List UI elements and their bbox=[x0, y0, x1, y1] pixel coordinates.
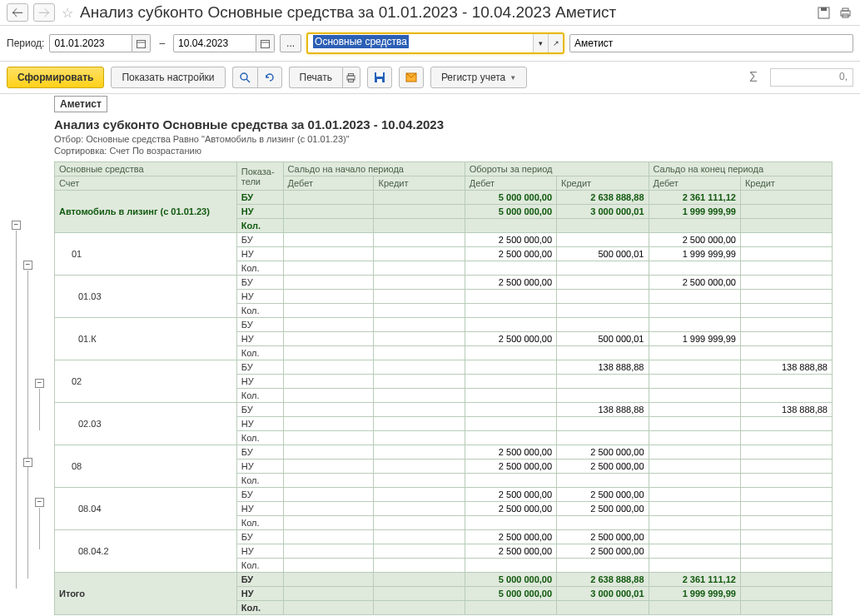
num-cell: 500 000,01 bbox=[557, 332, 649, 346]
num-cell bbox=[740, 431, 832, 445]
num-cell bbox=[740, 389, 832, 403]
period-ellipsis-button[interactable]: ... bbox=[280, 34, 301, 52]
show-settings-button[interactable]: Показать настройки bbox=[111, 67, 225, 88]
num-cell: 2 638 888,88 bbox=[557, 573, 649, 587]
num-cell: 2 500 000,00 bbox=[465, 247, 556, 261]
date-to-input[interactable] bbox=[173, 34, 256, 52]
col-header: Дебет bbox=[649, 176, 740, 191]
num-cell bbox=[283, 261, 374, 276]
num-cell: 2 361 111,12 bbox=[649, 191, 740, 205]
print-preview-icon[interactable] bbox=[837, 4, 853, 21]
col-header: Дебет bbox=[283, 176, 374, 191]
tree-toggle[interactable]: − bbox=[35, 379, 44, 388]
num-cell bbox=[465, 559, 556, 573]
num-cell bbox=[283, 601, 374, 615]
num-cell bbox=[649, 516, 740, 530]
num-cell bbox=[649, 360, 740, 375]
calendar-icon[interactable] bbox=[132, 34, 151, 52]
num-cell bbox=[283, 431, 374, 445]
num-cell: 2 500 000,00 bbox=[465, 544, 556, 559]
table-row[interactable]: Автомобиль в лизинг (с 01.01.23)БУ5 000 … bbox=[55, 191, 833, 205]
num-cell: 2 500 000,00 bbox=[557, 445, 649, 460]
table-row[interactable]: ИтогоБУ5 000 000,002 638 888,882 361 111… bbox=[55, 573, 833, 587]
table-row[interactable]: 08.04БУ2 500 000,002 500 000,00 bbox=[55, 488, 833, 502]
tree-toggle[interactable]: − bbox=[35, 498, 44, 507]
num-cell: 2 500 000,00 bbox=[557, 502, 649, 516]
indicator-cell: НУ bbox=[236, 247, 283, 261]
date-from-input[interactable] bbox=[49, 34, 132, 52]
num-cell bbox=[465, 431, 556, 445]
table-row[interactable]: 08.04.2БУ2 500 000,002 500 000,00 bbox=[55, 530, 833, 544]
num-cell bbox=[374, 431, 465, 445]
print-button[interactable]: Печать bbox=[289, 67, 342, 88]
num-cell bbox=[283, 247, 374, 261]
row-name: Автомобиль в лизинг (с 01.01.23) bbox=[55, 191, 237, 233]
mail-button[interactable] bbox=[399, 67, 424, 88]
num-cell bbox=[283, 488, 374, 502]
tree-toggle[interactable]: − bbox=[23, 458, 32, 467]
num-cell: 1 999 999,99 bbox=[649, 332, 740, 346]
indicator-cell: НУ bbox=[236, 502, 283, 516]
table-row[interactable]: 02БУ138 888,88138 888,88 bbox=[55, 360, 833, 375]
num-cell: 2 500 000,00 bbox=[649, 276, 740, 290]
register-button[interactable]: Регистр учета▼ bbox=[430, 67, 527, 88]
num-cell bbox=[374, 559, 465, 573]
refresh-button[interactable] bbox=[257, 67, 282, 88]
num-cell bbox=[374, 573, 465, 587]
table-row[interactable]: 01.03БУ2 500 000,002 500 000,00 bbox=[55, 276, 833, 290]
num-cell bbox=[283, 233, 374, 247]
row-name: 02.03 bbox=[55, 403, 237, 445]
table-row[interactable]: 02.03БУ138 888,88138 888,88 bbox=[55, 403, 833, 417]
tree-toggle[interactable]: − bbox=[23, 261, 32, 270]
indicator-cell: Кол. bbox=[236, 346, 283, 360]
num-cell bbox=[374, 544, 465, 559]
save-layout-icon[interactable] bbox=[815, 4, 832, 21]
col-header: Показа- тели bbox=[236, 162, 283, 191]
nav-back-button[interactable]: 🡠 bbox=[7, 3, 28, 22]
report-sort: Сортировка: Счет По возрастанию bbox=[54, 145, 860, 156]
num-cell bbox=[283, 474, 374, 488]
table-row[interactable]: 08БУ2 500 000,002 500 000,00 bbox=[55, 445, 833, 460]
indicator-cell: БУ bbox=[236, 573, 283, 587]
row-name: 02 bbox=[55, 360, 237, 403]
organization-input[interactable] bbox=[569, 34, 853, 52]
table-row[interactable]: 01.КБУ bbox=[55, 318, 833, 332]
num-cell bbox=[649, 346, 740, 360]
report-org: Аметист bbox=[54, 96, 107, 112]
num-cell bbox=[283, 346, 374, 360]
find-button[interactable] bbox=[232, 67, 257, 88]
num-cell bbox=[740, 233, 832, 247]
num-cell bbox=[283, 502, 374, 516]
svg-rect-12 bbox=[349, 73, 354, 76]
tree-toggle[interactable]: − bbox=[12, 221, 21, 230]
num-cell bbox=[465, 318, 556, 332]
save-button[interactable] bbox=[367, 67, 392, 88]
date-to bbox=[173, 34, 275, 52]
num-cell bbox=[557, 219, 649, 233]
print-settings-button[interactable] bbox=[342, 67, 360, 88]
row-name: 08 bbox=[55, 445, 237, 488]
open-icon[interactable]: ↗ bbox=[548, 34, 563, 52]
num-cell bbox=[557, 389, 649, 403]
num-cell: 2 638 888,88 bbox=[557, 191, 649, 205]
table-row[interactable]: 01БУ2 500 000,002 500 000,00 bbox=[55, 233, 833, 247]
num-cell bbox=[740, 474, 832, 488]
dropdown-icon[interactable]: ▾ bbox=[533, 34, 548, 52]
svg-rect-5 bbox=[137, 40, 146, 47]
num-cell bbox=[557, 559, 649, 573]
col-header: Кредит bbox=[374, 176, 465, 191]
form-button[interactable]: Сформировать bbox=[7, 67, 104, 88]
num-cell bbox=[374, 488, 465, 502]
num-cell bbox=[740, 205, 832, 219]
subconto-select[interactable]: Основные средства ▾ ↗ bbox=[306, 32, 564, 54]
indicator-cell: БУ bbox=[236, 530, 283, 544]
num-cell bbox=[740, 544, 832, 559]
num-cell bbox=[374, 191, 465, 205]
calendar-icon[interactable] bbox=[256, 34, 275, 52]
dash: – bbox=[156, 37, 168, 49]
favorite-star-icon[interactable]: ☆ bbox=[60, 5, 75, 20]
num-cell bbox=[740, 261, 832, 276]
indicator-cell: БУ bbox=[236, 488, 283, 502]
num-cell bbox=[740, 573, 832, 587]
nav-forward-button[interactable]: 🡢 bbox=[33, 3, 55, 22]
